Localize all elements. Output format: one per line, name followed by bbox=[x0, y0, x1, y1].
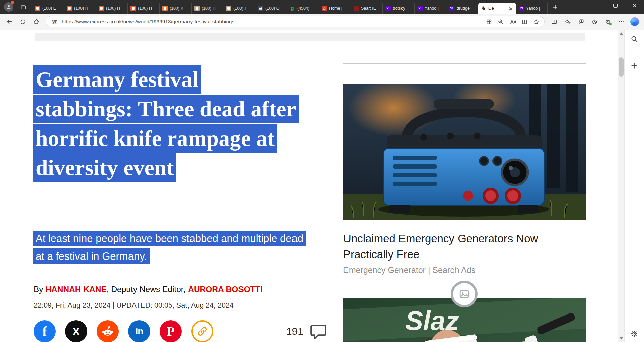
comments-link[interactable]: 191 bbox=[286, 322, 328, 341]
tab-label: trotsky bbox=[393, 6, 412, 11]
tab[interactable]: Y!drudge bbox=[446, 3, 478, 14]
linkedin-icon: in bbox=[136, 326, 143, 337]
tab[interactable]: (100) H bbox=[192, 3, 223, 14]
address-bar[interactable]: https://www.express.co.uk/news/world/193… bbox=[46, 16, 545, 27]
essentials-status-badge bbox=[609, 22, 612, 26]
byline: By HANNAH KANE, Deputy News Editor, AURO… bbox=[34, 285, 263, 294]
restore-icon bbox=[613, 4, 618, 8]
settings-menu-icon[interactable] bbox=[615, 16, 627, 27]
close-button[interactable] bbox=[625, 0, 644, 11]
reddit-icon bbox=[101, 325, 114, 338]
tab-label: (100) H bbox=[202, 6, 220, 11]
article-standfirst: At least nine people have been stabbed a… bbox=[33, 230, 311, 266]
history-icon[interactable] bbox=[588, 16, 600, 27]
tab[interactable]: Saar: IE bbox=[351, 3, 383, 14]
ad-image-generator[interactable] bbox=[343, 84, 586, 220]
picture-icon bbox=[459, 288, 470, 300]
favorites-icon[interactable] bbox=[561, 16, 574, 27]
share-linkedin-button[interactable]: in bbox=[128, 320, 150, 342]
page-content: Germany festival stabbings: Three dead a… bbox=[0, 30, 618, 342]
article-headline: Germany festival stabbings: Three dead a… bbox=[33, 65, 298, 182]
tab[interactable]: (100) H bbox=[128, 3, 160, 14]
navigation-bar: https://www.express.co.uk/news/world/193… bbox=[0, 14, 644, 30]
tab[interactable]: Y!Yahoo | bbox=[415, 3, 446, 14]
apps-grid-icon[interactable] bbox=[485, 17, 493, 26]
scroll-up-icon[interactable] bbox=[620, 32, 623, 35]
shield-favicon bbox=[354, 6, 359, 11]
copilot-button[interactable] bbox=[629, 16, 641, 27]
tab-label: (100) H bbox=[138, 6, 157, 11]
tab[interactable]: Y!Yahoo | bbox=[516, 3, 548, 14]
copy-link-icon bbox=[197, 326, 208, 337]
tab-strip: (100) E(100) H(100) H(100) H(100) K(100)… bbox=[0, 0, 644, 14]
author-link[interactable]: HANNAH KANE bbox=[45, 285, 106, 294]
collections-icon[interactable] bbox=[575, 16, 587, 27]
comments-count: 191 bbox=[286, 326, 303, 337]
share-pinterest-button[interactable]: P bbox=[160, 320, 182, 342]
site-info-icon[interactable] bbox=[50, 17, 59, 26]
immersive-reader-icon[interactable] bbox=[520, 17, 529, 26]
favorite-star-icon[interactable] bbox=[532, 17, 540, 26]
tab-label: (100) E bbox=[42, 6, 61, 11]
sidebar-add-icon[interactable] bbox=[629, 61, 639, 71]
tab-close-icon[interactable] bbox=[508, 6, 513, 11]
restore-button[interactable] bbox=[606, 0, 625, 11]
reddit-icon bbox=[108, 331, 110, 333]
sidebar-search-icon[interactable] bbox=[629, 34, 639, 44]
forum-favicon bbox=[226, 6, 231, 11]
tab-label: Home | bbox=[329, 6, 348, 11]
tab[interactable]: ☠(100) O bbox=[255, 3, 287, 14]
ad-headline[interactable]: Unclaimed Emergency Generators Now Pract… bbox=[343, 231, 586, 263]
vertical-scrollbar[interactable] bbox=[618, 30, 625, 342]
back-button[interactable] bbox=[3, 16, 15, 27]
share-copy-link-button[interactable] bbox=[191, 320, 213, 342]
copilot-icon bbox=[630, 17, 639, 26]
publish-timestamp: 22:09, Fri, Aug 23, 2024 | UPDATED: 00:0… bbox=[34, 301, 234, 310]
share-reddit-button[interactable] bbox=[97, 320, 119, 342]
tab[interactable]: (100) H bbox=[96, 3, 128, 14]
tab[interactable]: Y!trotsky bbox=[383, 3, 415, 14]
tab-active[interactable]: ♞Ge bbox=[478, 3, 516, 14]
selected-standfirst-text: At least nine people have been stabbed a… bbox=[33, 231, 306, 264]
share-bar: fXinP 191 bbox=[34, 320, 328, 342]
author-link[interactable]: AURORA BOSOTTI bbox=[188, 285, 262, 294]
sidebar-settings-gear-icon[interactable] bbox=[629, 329, 639, 339]
ad-info-badge[interactable] bbox=[451, 281, 478, 307]
tab[interactable]: (100) T bbox=[223, 3, 255, 14]
read-aloud-icon[interactable] bbox=[508, 17, 517, 26]
close-icon bbox=[632, 3, 637, 8]
notification-dot bbox=[11, 1, 14, 4]
forum-favicon bbox=[99, 6, 104, 11]
express-favicon: ♞ bbox=[481, 6, 486, 11]
yahoo-favicon: Y! bbox=[417, 6, 423, 11]
reddit-icon bbox=[108, 326, 110, 328]
reddit-icon bbox=[108, 327, 109, 330]
url-text: https://www.express.co.uk/news/world/193… bbox=[62, 19, 482, 25]
tab[interactable]: (100) H bbox=[64, 3, 96, 14]
tab[interactable]: g(4504) bbox=[287, 3, 319, 14]
tab-list: (100) E(100) H(100) H(100) H(100) K(100)… bbox=[32, 3, 548, 14]
forum-favicon bbox=[194, 6, 200, 11]
home-favicon: ⌂ bbox=[322, 6, 327, 11]
tab-actions-icon[interactable] bbox=[19, 3, 28, 12]
share-x-button[interactable]: X bbox=[65, 320, 87, 342]
refresh-button[interactable] bbox=[17, 16, 29, 27]
tab[interactable]: ⌂Home | bbox=[319, 3, 351, 14]
yahoo-favicon: Y! bbox=[449, 6, 454, 11]
zoom-icon[interactable] bbox=[496, 17, 505, 26]
scroll-down-icon[interactable] bbox=[620, 337, 623, 340]
tab-label: (4504) bbox=[297, 6, 316, 11]
tab[interactable]: (100) K bbox=[160, 3, 192, 14]
browser-essentials-icon[interactable] bbox=[602, 16, 614, 27]
comment-bubble-icon bbox=[309, 322, 328, 341]
share-facebook-button[interactable]: f bbox=[34, 320, 56, 342]
forum-favicon bbox=[162, 6, 168, 11]
tab[interactable]: (100) E bbox=[32, 3, 64, 14]
forum-favicon bbox=[130, 6, 136, 11]
new-tab-button[interactable] bbox=[551, 3, 560, 12]
minimize-button[interactable] bbox=[587, 0, 605, 11]
tab-label: Ge bbox=[488, 6, 506, 11]
home-button[interactable] bbox=[30, 16, 42, 27]
scrollbar-thumb[interactable] bbox=[619, 57, 624, 77]
split-screen-icon[interactable] bbox=[548, 16, 560, 27]
